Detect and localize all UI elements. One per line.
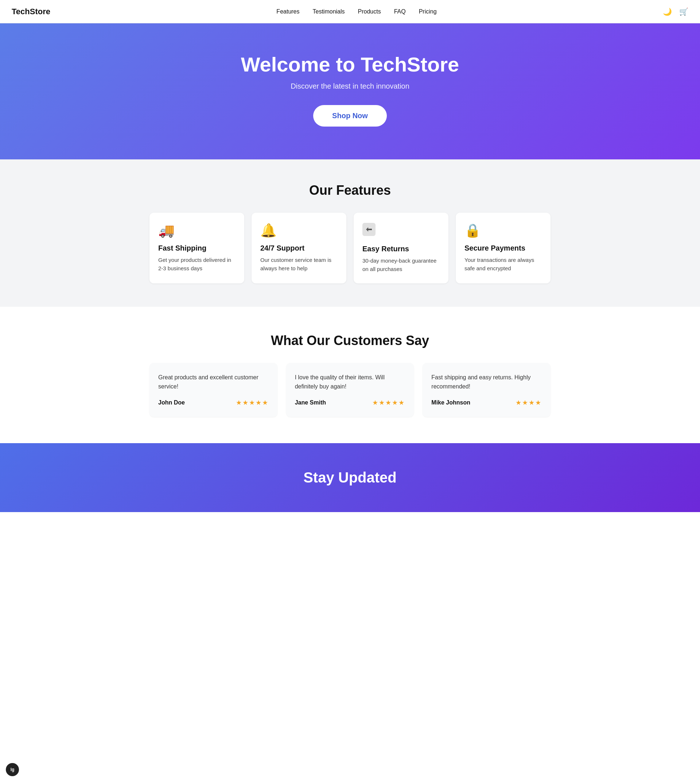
feature-desc-shipping: Get your products delivered in 2-3 busin… — [158, 256, 235, 272]
features-section: Our Features 🚚 Fast Shipping Get your pr… — [0, 159, 700, 307]
dark-mode-toggle[interactable]: 🌙 — [663, 7, 672, 16]
feature-title-support: 24/7 Support — [260, 244, 338, 252]
support-icon: 🔔 — [260, 223, 338, 238]
hero-title: Welcome to TechStore — [12, 52, 688, 76]
testimonial-card-0: Great products and excellent customer se… — [150, 363, 277, 417]
testimonial-card-1: I love the quality of their items. Will … — [286, 363, 414, 417]
cart-button[interactable]: 🛒 — [679, 7, 688, 16]
testimonial-text-2: Fast shipping and easy returns. Highly r… — [431, 373, 542, 391]
feature-title-shipping: Fast Shipping — [158, 244, 235, 252]
testimonial-stars-1: ★★★★★ — [372, 399, 405, 407]
testimonial-text-0: Great products and excellent customer se… — [158, 373, 269, 391]
nav-link-testimonials[interactable]: Testimonials — [313, 8, 345, 15]
features-title: Our Features — [12, 183, 688, 198]
hero-section: Welcome to TechStore Discover the latest… — [0, 23, 700, 159]
nav-link-faq[interactable]: FAQ — [394, 8, 406, 15]
nav-link-pricing[interactable]: Pricing — [419, 8, 437, 15]
testimonial-footer-1: Jane Smith ★★★★★ — [295, 399, 405, 407]
nav-logo[interactable]: TechStore — [12, 7, 50, 17]
hero-subtitle: Discover the latest in tech innovation — [12, 82, 688, 90]
navbar: TechStore Features Testimonials Products… — [0, 0, 700, 23]
returns-icon — [362, 223, 440, 239]
testimonial-name-1: Jane Smith — [295, 399, 326, 406]
feature-card-payments: 🔒 Secure Payments Your transactions are … — [456, 213, 550, 283]
shop-now-button[interactable]: Shop Now — [313, 105, 387, 127]
testimonials-title: What Our Customers Say — [12, 333, 688, 348]
features-grid: 🚚 Fast Shipping Get your products delive… — [150, 213, 550, 283]
nav-links: Features Testimonials Products FAQ Prici… — [277, 8, 437, 15]
feature-desc-payments: Your transactions are always safe and en… — [465, 256, 542, 272]
feature-card-shipping: 🚚 Fast Shipping Get your products delive… — [150, 213, 244, 283]
stay-updated-section: Stay Updated — [0, 443, 700, 512]
feature-title-payments: Secure Payments — [465, 244, 542, 252]
feature-title-returns: Easy Returns — [362, 245, 440, 253]
nav-link-features[interactable]: Features — [277, 8, 299, 15]
shipping-icon: 🚚 — [158, 223, 235, 238]
nav-icon-group: 🌙 🛒 — [663, 7, 688, 16]
feature-card-returns: Easy Returns 30-day money-back guarantee… — [353, 213, 448, 283]
testimonials-section: What Our Customers Say Great products an… — [0, 307, 700, 443]
payments-icon: 🔒 — [465, 223, 542, 238]
testimonial-name-0: John Doe — [158, 399, 185, 406]
testimonial-footer-2: Mike Johnson ★★★★ — [431, 399, 542, 407]
testimonial-text-1: I love the quality of their items. Will … — [295, 373, 405, 391]
testimonial-stars-0: ★★★★★ — [236, 399, 269, 407]
stay-updated-title: Stay Updated — [12, 470, 688, 486]
testimonial-footer-0: John Doe ★★★★★ — [158, 399, 269, 407]
testimonial-name-2: Mike Johnson — [431, 399, 470, 406]
nav-link-products[interactable]: Products — [358, 8, 381, 15]
testimonial-card-2: Fast shipping and easy returns. Highly r… — [423, 363, 550, 417]
testimonial-stars-2: ★★★★ — [515, 399, 542, 407]
feature-desc-support: Our customer service team is always here… — [260, 256, 338, 272]
testimonials-grid: Great products and excellent customer se… — [150, 363, 550, 417]
feature-desc-returns: 30-day money-back guarantee on all purch… — [362, 257, 440, 273]
feature-card-support: 🔔 24/7 Support Our customer service team… — [252, 213, 347, 283]
